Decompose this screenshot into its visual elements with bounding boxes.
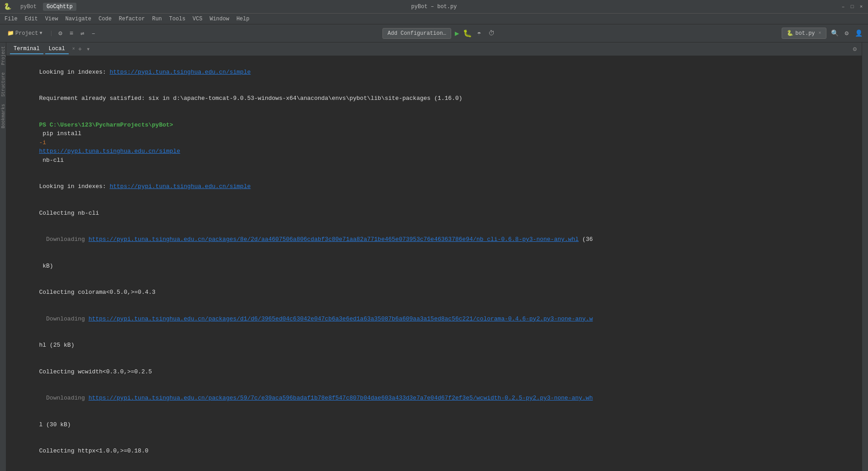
link-pypi-2[interactable]: https://pypi.tuna.tsinghua.edu.cn/simple <box>39 148 180 155</box>
line-1: Looking in indexes: https://pypi.tuna.ts… <box>11 59 857 85</box>
line-10: Downloading https://pypi.tuna.tsinghua.e… <box>11 385 857 412</box>
menu-window[interactable]: Window <box>207 15 232 23</box>
line-2: Requirement already satisfied: six in d:… <box>11 85 857 112</box>
toolbar: 📁 Project ▼ | ⚙ ≡ ⇌ – Add Configuration…… <box>0 24 868 42</box>
file-tab-botpy[interactable]: 🐍 bot.py × <box>782 28 826 39</box>
line-4: Looking in indexes: https://pypi.tuna.ts… <box>11 174 857 200</box>
settings2-icon[interactable]: ⚙ <box>843 28 850 38</box>
left-sidebar: Project Structure Bookmarks <box>0 42 6 471</box>
search-icon[interactable]: 🔍 <box>829 28 840 38</box>
content-area: Project Structure Bookmarks Terminal Loc… <box>0 42 868 471</box>
menu-refactor[interactable]: Refactor <box>116 15 148 23</box>
debug-button[interactable]: 🐛 <box>463 29 472 38</box>
link-wcwidth-dl[interactable]: https://pypi.tuna.tsinghua.edu.cn/packag… <box>89 395 593 401</box>
file-tab-close[interactable]: × <box>819 31 821 36</box>
local-tab[interactable]: Local <box>45 44 69 54</box>
terminal-tabbar: Terminal Local × + ▾ ⚙ <box>6 42 862 56</box>
line-7: Collecting colorama<0.5.0,>=0.4.3 <box>11 279 857 306</box>
link-pypi-3[interactable]: https://pypi.tuna.tsinghua.edu.cn/simple <box>109 183 250 190</box>
line-8: Downloading https://pypi.tuna.tsinghua.e… <box>11 306 857 332</box>
titlebar-tab-gocqhttp[interactable]: GoCqhttp <box>43 3 76 11</box>
sync-icon[interactable]: ⇌ <box>79 28 86 38</box>
line-3: PS C:\Users\123\PycharmProjects\pyBot> p… <box>11 112 857 174</box>
terminal-tab-label[interactable]: Terminal <box>10 44 43 54</box>
project-sidebar-label[interactable]: Project <box>0 42 6 69</box>
profile-button[interactable]: ⏱ <box>486 29 496 38</box>
terminal-settings-icon[interactable]: ⚙ <box>852 44 858 54</box>
titlebar-left: 🐍 pyBot GoCqhttp <box>4 3 76 11</box>
project-label: Project <box>15 30 38 37</box>
toolbar-left: 📁 Project ▼ | ⚙ ≡ ⇌ – <box>4 28 97 38</box>
menu-file[interactable]: File <box>2 15 20 23</box>
file-tab-label: bot.py <box>795 30 815 37</box>
settings-icon[interactable]: ⚙ <box>57 28 64 38</box>
titlebar-controls: – □ × <box>840 4 864 10</box>
close-button[interactable]: × <box>858 4 864 10</box>
menu-edit[interactable]: Edit <box>22 15 41 23</box>
line-11: Collecting httpx<1.0.0,>=0.18.0 <box>11 438 857 465</box>
line-6: Downloading https://pypi.tuna.tsinghua.e… <box>11 226 857 253</box>
menu-view[interactable]: View <box>42 15 61 23</box>
menu-bar: File Edit View Navigate Code Refactor Ru… <box>0 14 868 24</box>
coverage-button[interactable]: ☂ <box>476 28 483 38</box>
line-8b: hl (25 kB) <box>11 332 857 359</box>
link-pypi-1[interactable]: https://pypi.tuna.tsinghua.edu.cn/simple <box>109 69 250 75</box>
line-9: Collecting wcwidth<0.3.0,>=0.2.5 <box>11 358 857 385</box>
window-title: pyBot – bot.py <box>411 4 457 10</box>
titlebar-tabs: pyBot GoCqhttp <box>17 3 76 11</box>
app-icon: 🐍 <box>4 3 11 10</box>
terminal-actions: ⚙ <box>852 44 858 54</box>
title-bar: 🐍 pyBot GoCqhttp pyBot – bot.py – □ × <box>0 0 868 14</box>
menu-code[interactable]: Code <box>96 15 114 23</box>
right-sidebar <box>862 42 868 471</box>
terminal-content[interactable]: Looking in indexes: https://pypi.tuna.ts… <box>6 56 862 471</box>
project-dropdown[interactable]: 📁 Project ▼ <box>4 28 46 38</box>
link-nbcli-dl[interactable]: https://pypi.tuna.tsinghua.edu.cn/packag… <box>89 236 579 243</box>
run-button[interactable]: ▶ <box>455 29 459 38</box>
tab-dropdown-button[interactable]: ▾ <box>85 44 91 54</box>
new-tab-button[interactable]: + <box>77 45 83 54</box>
menu-vcs[interactable]: VCS <box>190 15 205 23</box>
line-12: Downloading https://pypi.tuna.tsinghua.e… <box>11 464 857 471</box>
add-config-label: Add Configuration… <box>387 30 446 37</box>
titlebar-tab-pybot[interactable]: pyBot <box>17 3 40 11</box>
structure-icon[interactable]: ≡ <box>68 29 75 38</box>
menu-navigate[interactable]: Navigate <box>62 15 94 23</box>
line-10b: l (30 kB) <box>11 411 857 438</box>
toolbar-right: 🐍 bot.py × 🔍 ⚙ 👤 <box>782 28 864 39</box>
menu-tools[interactable]: Tools <box>166 15 188 23</box>
terminal-tabs: Terminal Local × + ▾ <box>10 44 91 54</box>
line-6b: kB) <box>11 253 857 279</box>
bookmarks-sidebar-label[interactable]: Bookmarks <box>0 100 6 132</box>
folder-icon: 📁 <box>7 30 14 37</box>
collapse-icon[interactable]: – <box>90 29 97 38</box>
local-tab-close[interactable]: × <box>72 47 75 52</box>
minimize-button[interactable]: – <box>840 4 846 10</box>
terminal-area: Terminal Local × + ▾ ⚙ Looking in indexe… <box>6 42 862 471</box>
add-configuration-button[interactable]: Add Configuration… <box>382 28 451 39</box>
python-file-icon: 🐍 <box>787 30 793 37</box>
chevron-down-icon: ▼ <box>39 31 42 36</box>
structure-sidebar-label[interactable]: Structure <box>0 69 6 100</box>
line-5: Collecting nb-cli <box>11 200 857 226</box>
link-colorama-dl[interactable]: https://pypi.tuna.tsinghua.edu.cn/packag… <box>89 316 593 322</box>
maximize-button[interactable]: □ <box>849 4 855 10</box>
menu-run[interactable]: Run <box>149 15 165 23</box>
menu-help[interactable]: Help <box>234 15 252 23</box>
user-icon[interactable]: 👤 <box>853 28 864 38</box>
